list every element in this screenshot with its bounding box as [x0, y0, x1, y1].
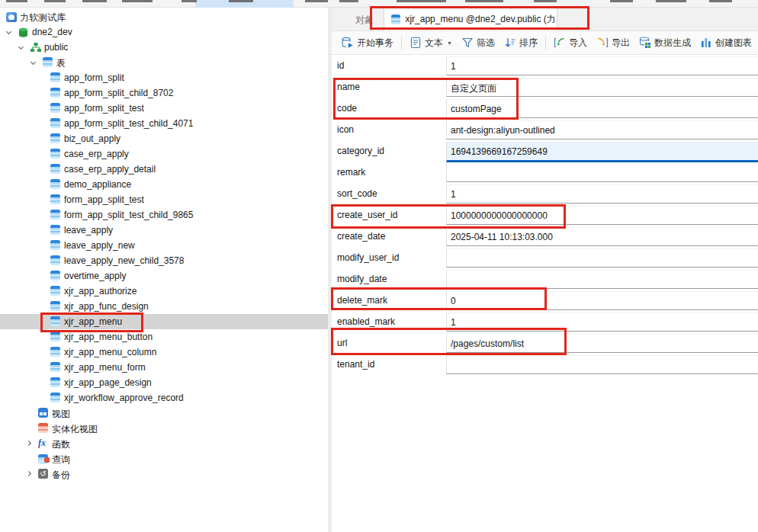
field-value-icon[interactable]: ant-design:aliyun-outlined — [446, 120, 758, 139]
clipped-toolbar-text — [229, 0, 253, 2]
dropdown-caret-icon[interactable]: ▼ — [447, 40, 452, 46]
tree-item--[interactable]: 查询 — [0, 451, 328, 466]
field-label: create_user_id — [337, 210, 397, 220]
tree-item-leave_apply_new[interactable]: leave_apply_new — [0, 238, 328, 253]
clipped-toolbar-text — [656, 0, 686, 2]
table-icon — [50, 347, 60, 357]
tree-item-leave_apply[interactable]: leave_apply — [0, 223, 328, 238]
tree-item-case_erp_apply[interactable]: case_erp_apply — [0, 146, 328, 162]
query-icon — [38, 454, 48, 464]
tree-item-label: form_app_split_test_child_9865 — [64, 210, 193, 220]
chevron-down-icon[interactable] — [31, 59, 36, 65]
field-value-code[interactable]: customPage — [446, 99, 758, 118]
tree-item-xjr_app_menu[interactable]: xjr_app_menu — [0, 314, 328, 329]
toolbar-button-sort[interactable]: 排序 — [499, 34, 542, 52]
toolbar-separator — [401, 36, 402, 50]
field-row-sort_code: sort_code1 — [332, 183, 758, 204]
table-toolbar: 开始事务文本▼筛选排序导入导出数据生成创建图表 — [332, 30, 758, 55]
tree-item-xjr_app_menu_button[interactable]: xjr_app_menu_button — [0, 329, 328, 345]
field-value-sort_code[interactable]: 1 — [446, 184, 758, 204]
clipped-toolbar-text — [181, 0, 197, 2]
tree-item--[interactable]: 视图 — [0, 405, 328, 421]
tree-item-form_app_split_test_child_9865[interactable]: form_app_split_test_child_9865 — [0, 207, 328, 223]
field-label: code — [337, 103, 357, 114]
chevron-right-icon[interactable] — [26, 471, 31, 476]
tree-item-xjr_app_page_design[interactable]: xjr_app_page_design — [0, 375, 328, 390]
toolbar-button-text-view[interactable]: 文本▼ — [405, 34, 457, 52]
clipped-toolbar-text — [44, 0, 66, 2]
tree-item-case_erp_apply_detail[interactable]: case_erp_apply_detail — [0, 162, 328, 177]
tree-item-xjr_app_menu_column[interactable]: xjr_app_menu_column — [0, 345, 328, 360]
chevron-down-icon[interactable] — [6, 29, 11, 34]
tree-item-xjr_workflow_approve_record[interactable]: xjr_workflow_approve_record — [0, 390, 328, 405]
field-value-enabled_mark[interactable]: 1 — [446, 312, 758, 332]
table-icon — [50, 301, 60, 311]
clipped-toolbar-text — [465, 0, 503, 2]
field-row-modify_user_id: modify_user_id — [332, 247, 758, 268]
field-value-tenant_id[interactable] — [446, 355, 758, 374]
tree-item-form_app_split_test[interactable]: form_app_split_test — [0, 192, 328, 207]
field-value-modify_user_id[interactable] — [446, 248, 758, 268]
field-row-url: url/pages/custom/list — [332, 332, 758, 354]
toolbar-button-data-generation[interactable]: 数据生成 — [634, 34, 695, 52]
field-label: modify_user_id — [337, 252, 399, 263]
toolbar-button-create-chart[interactable]: 创建图表 — [695, 34, 756, 52]
table-icon — [50, 164, 60, 174]
field-label: url — [337, 338, 347, 348]
toolbar-button-filter[interactable]: 筛选 — [457, 34, 499, 52]
tree-item-public[interactable]: public — [0, 40, 328, 55]
tree-item-app_form_split[interactable]: app_form_split — [0, 70, 328, 85]
field-value-modify_date[interactable] — [446, 270, 758, 289]
field-value-id[interactable]: 1 — [446, 56, 758, 75]
table-icon — [50, 377, 60, 387]
field-value-name[interactable]: 自定义页面 — [446, 78, 758, 97]
field-value-create_user_id[interactable]: 1000000000000000000 — [446, 206, 758, 225]
table-icon — [50, 393, 60, 402]
tree-item-leave_apply_new_child_3578[interactable]: leave_apply_new_child_3578 — [0, 253, 328, 268]
field-value-category_id[interactable]: 1694139669167259649 — [446, 142, 758, 162]
clipped-toolbar-text — [709, 0, 732, 2]
tree-item--[interactable]: 实体化视图 — [0, 421, 328, 436]
toolbar-button-export[interactable]: 导出 — [592, 34, 634, 52]
field-label: delete_mark — [337, 295, 387, 306]
tree-item-xjr_app_func_design[interactable]: xjr_app_func_design — [0, 299, 328, 314]
tree-item-label: 视图 — [52, 408, 70, 421]
field-label: remark — [337, 167, 365, 178]
tab-objects[interactable]: 对象 — [355, 14, 374, 27]
clipped-toolbar-text — [610, 0, 633, 2]
toolbar-button-begin-transaction[interactable]: 开始事务 — [337, 34, 398, 52]
tree-item-label: xjr_app_menu_form — [64, 362, 146, 373]
backup-icon: ↺ — [38, 469, 48, 479]
tree-item--[interactable]: ↺备份 — [0, 466, 328, 482]
field-value-delete_mark[interactable]: 0 — [446, 291, 758, 310]
tree-item-biz_out_apply[interactable]: biz_out_apply — [0, 131, 328, 146]
tree-item-app_form_split_test[interactable]: app_form_split_test — [0, 101, 328, 116]
toolbar-button-import[interactable]: 导入 — [549, 34, 592, 52]
tree-item-overtime_apply[interactable]: overtime_apply — [0, 268, 328, 284]
tree-item-xjr_app_menu_form[interactable]: xjr_app_menu_form — [0, 360, 328, 375]
chevron-right-icon[interactable] — [26, 441, 31, 446]
matview-icon — [38, 423, 48, 433]
field-value-url[interactable]: /pages/custom/list — [446, 334, 758, 353]
tab-active-table[interactable]: xjr_app_menu @dne2_dev.public (力... — [384, 8, 557, 30]
text-view-icon — [410, 37, 422, 49]
tree-item-label: xjr_app_authorize — [64, 286, 137, 296]
tree-item--[interactable]: 力软测试库 — [0, 9, 328, 24]
tree-item--[interactable]: 表 — [0, 55, 328, 70]
tree-item--[interactable]: fx函数 — [0, 436, 328, 451]
table-icon — [50, 210, 60, 220]
tree-item-app_form_split_child_8702[interactable]: app_form_split_child_8702 — [0, 85, 328, 101]
clipped-toolbar-text — [534, 0, 557, 2]
table-icon — [50, 286, 60, 296]
tab-bar: 对象 xjr_app_menu @dne2_dev.public (力... — [332, 8, 758, 30]
tree-item-demo_appliance[interactable]: demo_appliance — [0, 177, 328, 192]
field-value-remark[interactable] — [446, 163, 758, 182]
toolbar-button-label: 导入 — [569, 37, 587, 50]
chevron-down-icon[interactable] — [18, 44, 24, 50]
tree-item-label: app_form_split_child_8702 — [64, 88, 173, 98]
tree-item-dne2_dev[interactable]: dne2_dev — [0, 24, 328, 40]
field-value-create_date[interactable]: 2025-04-11 10:13:03.000 — [446, 227, 758, 246]
export-icon — [596, 37, 609, 49]
tree-item-app_form_split_test_child_4071[interactable]: app_form_split_test_child_4071 — [0, 116, 328, 131]
tree-item-xjr_app_authorize[interactable]: xjr_app_authorize — [0, 284, 328, 299]
